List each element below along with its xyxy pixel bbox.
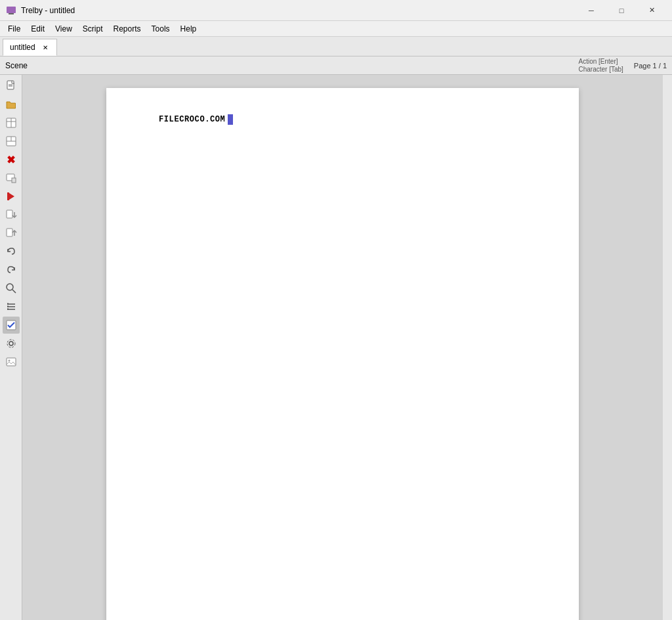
svg-rect-25 <box>7 306 9 307</box>
window-title: Trelby - untitled <box>21 6 576 15</box>
scene-indicator: Scene <box>5 61 578 70</box>
svg-point-31 <box>8 360 10 362</box>
menu-reports[interactable]: Reports <box>108 21 146 37</box>
svg-rect-24 <box>7 303 9 305</box>
tool4-button[interactable] <box>3 133 20 150</box>
tab-bar: untitled ✕ <box>0 37 672 56</box>
svg-line-20 <box>12 290 16 293</box>
delete-button[interactable]: ✖ <box>3 151 20 168</box>
menu-help[interactable]: Help <box>175 21 202 37</box>
menu-edit[interactable]: Edit <box>26 21 50 37</box>
character-label: Character [Tab] <box>578 66 623 74</box>
menu-view[interactable]: View <box>50 21 77 37</box>
tab-untitled[interactable]: untitled ✕ <box>3 39 57 56</box>
redo-button[interactable] <box>3 261 20 278</box>
screenplay-text-content: FILECROCO.COM <box>159 115 225 124</box>
title-bar: Trelby - untitled ─ □ ✕ <box>0 0 672 21</box>
list-button[interactable] <box>3 298 20 315</box>
action-label: Action [Enter] <box>578 58 623 66</box>
search-button[interactable] <box>3 280 20 297</box>
tab-label: untitled <box>10 43 35 52</box>
maximize-button[interactable]: □ <box>606 0 637 21</box>
svg-rect-26 <box>7 309 9 310</box>
svg-rect-15 <box>7 210 12 218</box>
menu-tools[interactable]: Tools <box>146 21 175 37</box>
settings-button[interactable] <box>3 335 20 352</box>
info-bar: Scene Action [Enter] Character [Tab] Pag… <box>0 56 672 75</box>
new-document-button[interactable] <box>3 78 20 95</box>
tool7-button[interactable] <box>3 188 20 205</box>
open-button[interactable] <box>3 96 20 113</box>
svg-rect-30 <box>7 358 16 366</box>
close-button[interactable]: ✕ <box>637 0 667 21</box>
minimize-button[interactable]: ─ <box>576 0 606 21</box>
svg-marker-13 <box>9 193 14 200</box>
undo-button[interactable] <box>3 243 20 260</box>
menu-bar: File Edit View Script Reports Tools Help <box>0 21 672 37</box>
import-button[interactable] <box>3 206 20 223</box>
editor-area[interactable]: FILECROCO.COM <box>22 75 663 620</box>
app-icon <box>5 5 17 16</box>
main-area: ✖ <box>0 75 672 620</box>
svg-point-28 <box>9 342 13 345</box>
text-cursor <box>228 114 233 125</box>
page-container[interactable]: FILECROCO.COM <box>22 75 663 620</box>
screenplay-content: FILECROCO.COM <box>159 114 526 125</box>
check-button[interactable] <box>3 317 20 334</box>
page-info: Page 1 / 1 <box>634 62 667 70</box>
svg-point-29 <box>7 340 15 347</box>
menu-file[interactable]: File <box>3 21 26 37</box>
right-gutter <box>663 75 672 620</box>
tab-close-button[interactable]: ✕ <box>41 43 50 52</box>
scene-label: Scene <box>5 61 28 70</box>
svg-rect-14 <box>7 192 9 200</box>
document-page[interactable]: FILECROCO.COM <box>106 88 579 620</box>
svg-point-19 <box>7 284 13 290</box>
svg-rect-0 <box>7 7 16 13</box>
svg-marker-1 <box>9 13 14 14</box>
svg-rect-12 <box>12 178 16 183</box>
image-button[interactable] <box>3 353 20 370</box>
toolbar: ✖ <box>0 75 22 620</box>
action-info: Action [Enter] Character [Tab] <box>578 58 623 74</box>
svg-rect-17 <box>7 229 12 236</box>
export-button[interactable] <box>3 225 20 242</box>
tool6-button[interactable] <box>3 169 20 187</box>
window-controls: ─ □ ✕ <box>576 0 667 21</box>
menu-script[interactable]: Script <box>77 21 108 37</box>
tool3-button[interactable] <box>3 114 20 131</box>
